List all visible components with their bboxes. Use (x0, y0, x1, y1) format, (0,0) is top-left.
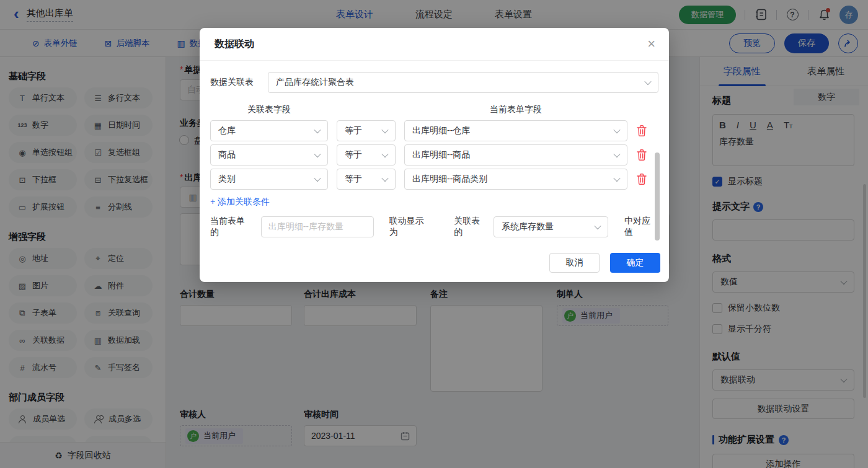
mapping-suffix-label: 中对应值 (624, 216, 658, 238)
close-icon[interactable]: × (647, 37, 655, 51)
form-field-select[interactable]: 出库明细--仓库 (404, 120, 627, 141)
delete-row-button[interactable] (636, 149, 647, 161)
cancel-button[interactable]: 取消 (549, 253, 600, 273)
data-linkage-modal: 数据联动 × 数据关联表 产品库存统计聚合表 关联表字段 当前表单字段 仓库 等… (200, 28, 669, 282)
relation-field-select[interactable]: 类别 (210, 169, 328, 190)
relation-field-select[interactable]: 仓库 (210, 120, 328, 141)
chevron-down-icon (314, 151, 321, 157)
mapping-middle-label: 联动显示为 (389, 216, 432, 238)
chevron-down-icon (381, 151, 388, 157)
chevron-down-icon (613, 175, 620, 182)
mapping-source-input[interactable]: 出库明细--库存数量 (261, 216, 374, 237)
chevron-down-icon (314, 175, 321, 182)
chevron-down-icon (381, 175, 388, 182)
modal-header: 数据联动 × (200, 28, 669, 61)
operator-select[interactable]: 等于 (337, 169, 396, 190)
operator-select[interactable]: 等于 (337, 144, 396, 166)
relation-table-row: 数据关联表 产品库存统计聚合表 (210, 72, 658, 93)
relation-field-select[interactable]: 商品 (210, 144, 328, 166)
chevron-down-icon (594, 223, 601, 229)
chevron-down-icon (613, 151, 620, 157)
modal-title: 数据联动 (215, 38, 254, 51)
mapping-prefix-label: 当前表单的 (210, 216, 253, 238)
chevron-down-icon (613, 126, 620, 133)
column-header-right: 当前表单字段 (404, 104, 627, 115)
mapping-row: 当前表单的 出库明细--库存数量 联动显示为 关联表的 系统库存数量 中对应值 (210, 216, 658, 238)
column-header-left: 关联表字段 (210, 104, 328, 115)
delete-row-button[interactable] (636, 173, 647, 185)
form-field-select[interactable]: 出库明细--商品 (404, 144, 627, 166)
add-condition-link[interactable]: + 添加关联条件 (210, 196, 270, 208)
modal-body: 数据关联表 产品库存统计聚合表 关联表字段 当前表单字段 仓库 等于 出库明细-… (200, 61, 669, 238)
chevron-down-icon (381, 126, 388, 133)
chevron-down-icon (314, 126, 321, 133)
form-field-select[interactable]: 出库明细--商品类别 (404, 169, 627, 190)
relation-table-label: 数据关联表 (210, 77, 260, 88)
modal-scrollbar[interactable] (655, 152, 660, 241)
delete-row-button[interactable] (636, 125, 647, 137)
condition-grid: 关联表字段 当前表单字段 仓库 等于 出库明细--仓库 商品 等于 出库明细--… (210, 104, 658, 190)
relation-table-select[interactable]: 产品库存统计聚合表 (268, 72, 658, 93)
chevron-down-icon (644, 78, 651, 85)
operator-select[interactable]: 等于 (337, 120, 396, 141)
modal-footer: 取消 确定 (549, 253, 660, 273)
app-root: ‹ 其他出库单 表单设计 流程设定 表单设置 数据管理 ? 存 (0, 0, 868, 468)
confirm-button[interactable]: 确定 (610, 253, 660, 273)
mapping-of-table-label: 关联表的 (454, 216, 488, 238)
mapping-target-select[interactable]: 系统库存数量 (494, 216, 608, 237)
